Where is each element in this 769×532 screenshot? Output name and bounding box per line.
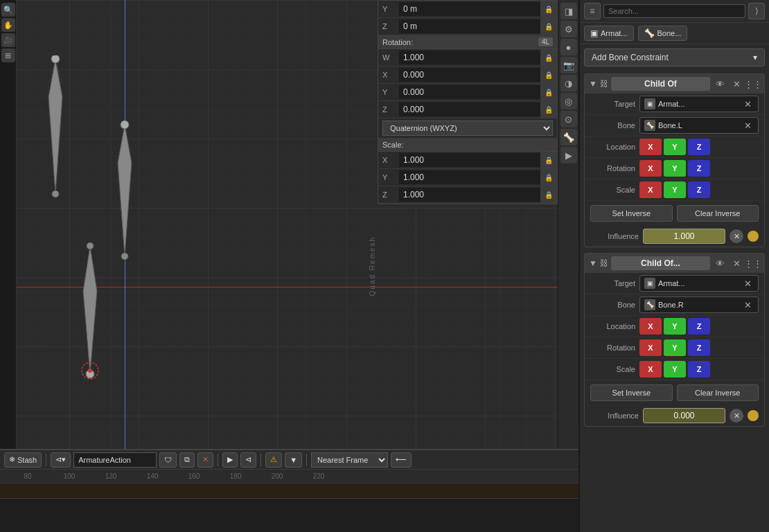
rot-w-field[interactable] <box>399 51 540 64</box>
viewport[interactable]: 🔍 ✋ 🎥 ⊞ Quad Remesh ◨ ⚙ ● 📷 ◑ ◎ ⊙ 🦴 ▶ Y <box>0 0 578 532</box>
hand-icon[interactable]: ✋ <box>1 18 15 32</box>
svg-point-4 <box>51 55 60 63</box>
set-inverse-2-btn[interactable]: Set Inverse <box>590 384 673 401</box>
play-btn[interactable]: ▶ <box>222 452 238 468</box>
rot-z-lock[interactable]: 🔒 <box>540 101 557 118</box>
clear-bone-2-btn[interactable]: ✕ <box>741 299 754 311</box>
zoom-icon[interactable]: 🔍 <box>1 3 15 17</box>
y-lock-icon[interactable]: 🔒 <box>540 1 557 17</box>
constraint-1-target-field[interactable]: ▣ Armat... ✕ <box>639 96 759 112</box>
rot-z-btn-2[interactable]: Z <box>688 339 710 356</box>
collapse-icon-1[interactable]: ▼ <box>589 79 597 89</box>
overlay-icon[interactable]: ◎ <box>560 93 577 109</box>
z-value-field[interactable] <box>399 19 540 33</box>
loc-y-btn-2[interactable]: Y <box>664 318 686 335</box>
scale-y-lock[interactable]: 🔒 <box>540 169 557 186</box>
quat-select[interactable]: Quaternion (WXYZ) XYZ Euler Axis Angle <box>382 121 553 136</box>
z-lock-icon[interactable]: 🔒 <box>540 18 557 35</box>
stash-button[interactable]: ❄ Stash <box>4 452 42 468</box>
protect-btn[interactable]: 🛡 <box>159 452 177 468</box>
settings-btn[interactable]: ≡ <box>584 3 601 19</box>
constraint-1-grip[interactable]: ⋮⋮ <box>746 77 760 91</box>
loc-x-btn-2[interactable]: X <box>639 318 662 335</box>
scale-z-btn-1[interactable]: Z <box>688 181 710 198</box>
constraint-2-bone-field[interactable]: 🦴 Bone.R ✕ <box>639 296 759 313</box>
loc-z-btn-1[interactable]: Z <box>688 139 710 155</box>
animation-icon[interactable]: ▶ <box>560 147 577 163</box>
loc-z-btn-2[interactable]: Z <box>688 318 710 335</box>
scale-y-btn-1[interactable]: Y <box>664 181 686 198</box>
grid-icon[interactable]: ⊞ <box>1 48 15 62</box>
object-icon[interactable]: ⚙ <box>560 21 577 37</box>
constraint-2-influence-field[interactable]: 0.000 <box>643 408 725 423</box>
constraint-block-2: ▼ ⛓ Child Of... 👁 ✕ ⋮⋮ Target ▣ Armat...… <box>584 253 765 427</box>
constraint-1-close-btn[interactable]: ✕ <box>730 77 743 91</box>
clear-bone-1-btn[interactable]: ✕ <box>741 119 754 132</box>
clear-inverse-1-btn[interactable]: Clear Inverse <box>677 205 759 222</box>
rot-x-btn-1[interactable]: X <box>639 160 662 177</box>
influence-x-btn-1[interactable]: ✕ <box>730 229 743 243</box>
clear-inverse-2-btn[interactable]: Clear Inverse <box>677 384 759 401</box>
scale-y-btn-2[interactable]: Y <box>664 361 686 378</box>
rot-x-field[interactable] <box>399 68 540 82</box>
scale-z-btn-2[interactable]: Z <box>688 361 710 378</box>
constraint-1-bone-field[interactable]: 🦴 Bone.L ✕ <box>639 117 759 134</box>
shading-icon[interactable]: ◑ <box>560 75 577 91</box>
loc-x-btn-1[interactable]: X <box>639 139 662 155</box>
scale-x-btn-1[interactable]: X <box>639 181 662 198</box>
search-input[interactable] <box>603 4 745 18</box>
constraint-2-target-field[interactable]: ▣ Armat... ✕ <box>639 275 759 292</box>
rot-z-btn-1[interactable]: Z <box>688 160 710 177</box>
scale-y-field[interactable] <box>399 170 540 184</box>
influence-dot-btn-2[interactable] <box>748 410 759 421</box>
xray-icon[interactable]: ⊙ <box>560 111 577 127</box>
influence-dot-btn-1[interactable] <box>748 231 759 242</box>
snowflake-icon: ❄ <box>9 455 15 464</box>
funnel-btn[interactable]: ▼ <box>285 452 302 468</box>
clear-target-1-btn[interactable]: ✕ <box>741 98 754 110</box>
warning-icon[interactable]: ⚠ <box>265 452 282 468</box>
material-icon[interactable]: ● <box>560 39 577 55</box>
influence-x-btn-2[interactable]: ✕ <box>730 409 743 423</box>
rot-z-field[interactable] <box>399 103 540 116</box>
filter-icon-btn[interactable]: ⊲ <box>240 452 256 468</box>
mode-btn[interactable]: ⊲▾ <box>51 452 71 468</box>
constraint-1-influence-field[interactable]: 1.000 <box>643 229 725 244</box>
collapse-icon-2[interactable]: ▼ <box>589 258 597 268</box>
rot-y-lock[interactable]: 🔒 <box>540 84 557 100</box>
view-icon[interactable]: ◨ <box>560 3 577 19</box>
scroll-btn[interactable]: ⟵ <box>391 452 412 468</box>
pose-icon[interactable]: 🦴 <box>560 129 577 145</box>
rot-y-btn-2[interactable]: Y <box>664 339 686 356</box>
constraint-2-eye-btn[interactable]: 👁 <box>713 256 727 270</box>
close-action-btn[interactable]: ✕ <box>197 452 213 468</box>
rot-y-btn-1[interactable]: Y <box>664 160 686 177</box>
loc-y-btn-1[interactable]: Y <box>664 139 686 155</box>
rot-w-lock[interactable]: 🔒 <box>540 49 557 66</box>
y-value-field[interactable] <box>399 2 540 16</box>
render-icon[interactable]: 📷 <box>560 57 577 73</box>
scale-x-lock[interactable]: 🔒 <box>540 152 557 168</box>
constraint-1-title: Child Of <box>611 77 710 91</box>
rot-y-field[interactable] <box>399 85 540 99</box>
add-bone-constraint-button[interactable]: Add Bone Constraint ▾ <box>584 48 765 66</box>
tab-armature[interactable]: ▣ Armat... <box>584 26 634 41</box>
scale-x-field[interactable] <box>399 153 540 167</box>
rot-x-btn-2[interactable]: X <box>639 339 662 356</box>
constraint-2-close-btn[interactable]: ✕ <box>730 256 743 270</box>
scale-z-lock[interactable]: 🔒 <box>540 186 557 203</box>
timeline-content[interactable] <box>0 484 578 532</box>
tab-bone[interactable]: 🦴 Bone... <box>638 26 688 41</box>
camera-icon[interactable]: 🎥 <box>1 33 15 47</box>
constraint-2-grip[interactable]: ⋮⋮ <box>746 256 760 270</box>
action-name-field[interactable] <box>73 452 157 468</box>
constraint-1-eye-btn[interactable]: 👁 <box>713 77 727 91</box>
rot-x-lock[interactable]: 🔒 <box>540 66 557 83</box>
scale-x-btn-2[interactable]: X <box>639 361 662 378</box>
clear-target-2-btn[interactable]: ✕ <box>741 277 754 290</box>
set-inverse-1-btn[interactable]: Set Inverse <box>590 205 673 222</box>
expand-btn[interactable]: ⟩ <box>748 3 765 19</box>
scale-z-field[interactable] <box>399 188 540 202</box>
frame-mode-select[interactable]: Nearest Frame Active Keyframe All Keyed <box>311 452 388 468</box>
clone-btn[interactable]: ⧉ <box>179 452 195 468</box>
